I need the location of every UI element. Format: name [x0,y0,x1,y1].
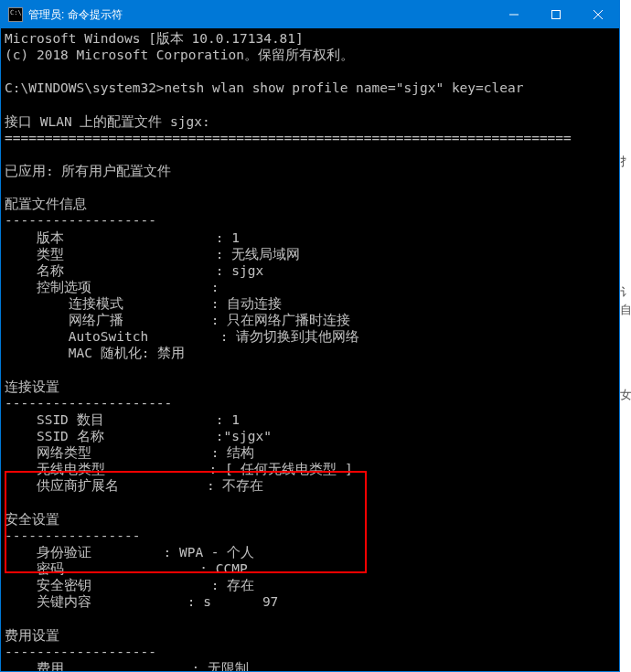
row-ntype-v: 结构 [227,445,254,460]
row-version-v: 1 [231,230,240,245]
window-controls [493,1,619,28]
prompt-path: C:\WINDOWS\system32> [5,80,165,95]
cmd-icon [8,7,23,22]
row-type-v: 无线局域网 [231,247,300,261]
minimize-button[interactable] [493,1,535,28]
row-name-v: sjgx [231,263,263,278]
row-cipher-v: CCMP [216,561,248,576]
row-bcast-v: 只在网络广播时连接 [227,313,350,327]
row-radio-k: 无线电类型 [37,462,105,476]
side-edge: 扌 讠 自 女 [620,0,631,672]
row-name-k: 名称 [37,263,64,278]
row-ssidn-v: 1 [231,412,240,427]
row-keyc-k: 关键内容 [37,594,91,609]
row-auth-k: 身份验证 [37,545,91,560]
row-bcast-k: 网络广播 [69,313,123,327]
cmd-window: 管理员: 命令提示符 Microsoft Windows [版本 10.0.17… [0,0,620,672]
side-char: 讠 [620,286,631,298]
titlebar[interactable]: 管理员: 命令提示符 [1,1,619,28]
section-rule: ------------------- [5,645,156,659]
section-profile-info: 配置文件信息 [5,197,87,211]
row-vendor-v: 不存在 [222,478,263,493]
row-cost-k: 费用 [37,661,64,671]
row-ssid-k: SSID 名称 [37,429,104,443]
row-ssid-v: "sjgx" [224,429,272,443]
row-keyc-post: 97 [262,594,278,609]
side-char: 自 [620,304,631,315]
row-radio-v: [ 任何无线电类型 ] [225,462,353,476]
row-auto-v: 请勿切换到其他网络 [236,329,359,344]
profile-header: 接口 WLAN 上的配置文件 sjgx: [5,114,210,129]
close-button[interactable] [577,1,619,28]
row-conn-v: 自动连接 [227,296,282,311]
row-type-k: 类型 [37,247,64,261]
redacted-block: xxxxxx [211,593,262,610]
side-char: 女 [620,389,631,400]
row-version-k: 版本 [37,230,64,245]
section-cost: 费用设置 [5,628,59,643]
banner-line1: Microsoft Windows [版本 10.0.17134.81] [5,31,304,46]
section-rule: ------------------- [5,213,156,228]
row-auto-k: AutoSwitch [69,329,148,344]
row-keyc-pre: s [203,594,211,609]
header-rule: ========================================… [5,131,572,145]
row-key-v: 存在 [227,578,254,592]
console-area[interactable]: Microsoft Windows [版本 10.0.17134.81] (c)… [1,28,619,671]
row-cipher-k: 密码 [37,561,64,576]
row-conn-k: 连接模式 [69,296,123,311]
row-ntype-k: 网络类型 [37,445,91,460]
row-mac-k: MAC 随机化: 禁用 [69,346,185,360]
svg-rect-1 [552,11,561,19]
maximize-button[interactable] [535,1,577,28]
side-char: 扌 [620,155,631,167]
maximize-icon [551,10,561,19]
command-text: netsh wlan show profile name="sjgx" key=… [165,80,524,95]
row-auth-v: WPA - 个人 [179,545,254,560]
section-rule: ----------------- [5,528,140,543]
minimize-icon [509,10,519,19]
row-vendor-k: 供应商扩展名 [37,478,119,493]
banner-line2: (c) 2018 Microsoft Corporation。保留所有权利。 [5,48,354,62]
row-key-k: 安全密钥 [37,578,91,592]
row-cost-v: 无限制 [208,661,249,671]
applied-label: 已应用: 所有用户配置文件 [5,164,171,178]
section-rule: --------------------- [5,396,172,411]
close-icon [594,10,603,19]
section-conn: 连接设置 [5,379,59,394]
window-title: 管理员: 命令提示符 [28,7,493,23]
section-security: 安全设置 [5,512,59,527]
row-ctrl-k: 控制选项 [37,280,91,294]
row-ssidn-k: SSID 数目 [37,412,104,427]
